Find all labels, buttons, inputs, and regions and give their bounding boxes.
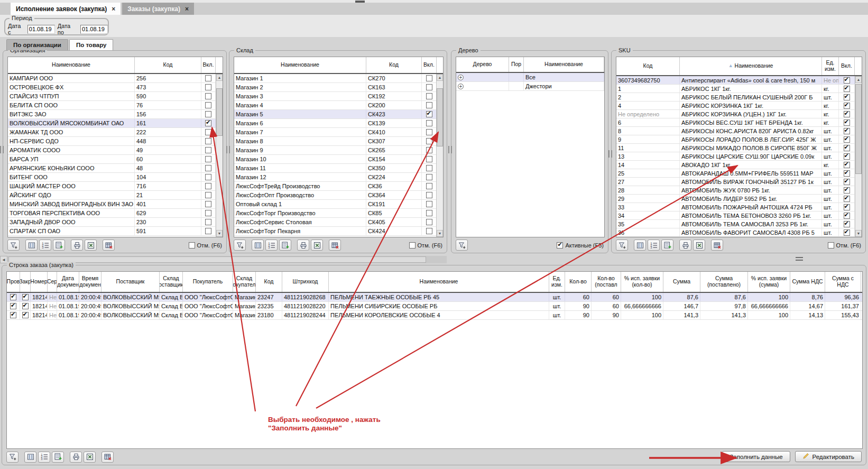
- checkbox[interactable]: [426, 120, 432, 126]
- column-header[interactable]: Поставщик: [101, 272, 160, 292]
- column-header[interactable]: Сер: [48, 272, 57, 292]
- excel-button[interactable]: [311, 240, 323, 251]
- warehouse-row[interactable]: ЛюксСофтТорг ПекарняСК424: [234, 227, 443, 236]
- checkbox[interactable]: [426, 165, 432, 171]
- warehouse-row[interactable]: Магазин 7СК410: [234, 128, 443, 137]
- organization-row[interactable]: СПАЙСИЗ ЧТПУП590: [8, 92, 223, 101]
- sku-row[interactable]: 35АВТОМОБИЛЬ ТЕМА САМОСВАЛ 3253 РБ 1кг.ш…: [616, 220, 862, 228]
- warehouse-row[interactable]: Магазин 11СК350: [234, 164, 443, 173]
- organization-row[interactable]: АЙСКИНГ ОДО21: [8, 191, 223, 200]
- column-header[interactable]: Пров: [7, 272, 20, 292]
- warehouse-row[interactable]: Магазин 9СК265: [234, 146, 443, 155]
- column-header[interactable]: Код: [616, 57, 680, 75]
- warehouse-row[interactable]: ЛюксСофтТорг ПроизводствоСК85: [234, 209, 443, 218]
- scroll-thumb[interactable]: [216, 88, 223, 136]
- filter-button[interactable]: [6, 452, 19, 463]
- scroll-down-button[interactable]: ▼: [855, 230, 862, 237]
- column-header[interactable]: Время докумен: [79, 272, 101, 292]
- column-header[interactable]: Сумма с НДС: [825, 272, 861, 292]
- grid-button[interactable]: [103, 240, 115, 251]
- column-header[interactable]: Наименование: [329, 272, 549, 292]
- sku-row[interactable]: 2АБРИКОС БЕЛЫЙ ПЕЛИКАН СУШЕНЫЙ 200Г Бшт.: [616, 93, 862, 102]
- columns-button[interactable]: [25, 240, 38, 251]
- organization-row[interactable]: ЖАМАНАК ТД ООО222: [8, 128, 223, 137]
- sku-row[interactable]: 14АВОКАДО 1КГ 1кг.кг.: [616, 161, 862, 169]
- scroll-up-button[interactable]: ▲: [855, 76, 862, 83]
- warehouse-row[interactable]: ЛюксСофтСервис СтоловаяСК405: [234, 218, 443, 227]
- checkbox[interactable]: [205, 192, 211, 198]
- filter-button[interactable]: [234, 240, 246, 251]
- checkbox[interactable]: [844, 119, 850, 126]
- calculator-button[interactable]: [53, 240, 65, 251]
- column-header[interactable]: Вкл.: [839, 57, 855, 75]
- checkbox[interactable]: [844, 170, 850, 177]
- checkbox[interactable]: [205, 111, 211, 117]
- order-row[interactable]: 18214Не о01.08.1920:00:49ВОЛКОВЫССКИЙ МЯ…: [7, 302, 862, 311]
- column-header[interactable]: Наименование: [8, 57, 135, 73]
- organization-row[interactable]: МИНСКИЙ ЗАВОД ВИНОГРАДНЫХ ВИН ЗАО401: [8, 200, 223, 209]
- checkbox[interactable]: [205, 102, 211, 108]
- sku-row[interactable]: 33АВТОМОБИЛЬ ПОЖАРНЫЙ АНТОШКА 4724 РБшт.: [616, 203, 862, 211]
- column-header[interactable]: Пор: [509, 57, 524, 72]
- scroll-thumb[interactable]: [437, 88, 443, 146]
- columns-button[interactable]: [24, 452, 36, 463]
- otm-f6-checkbox[interactable]: [409, 242, 415, 249]
- vertical-scrollbar[interactable]: ▲▼: [436, 74, 443, 237]
- checkbox[interactable]: [426, 111, 432, 117]
- scroll-track[interactable]: [855, 83, 862, 230]
- column-header[interactable]: Кол-во (поставл: [592, 272, 621, 292]
- column-header[interactable]: Номер: [31, 272, 48, 292]
- sku-row[interactable]: 25АВТОКАРАНДАШ 0.5ММ+ГРИФЕЛЬ 559511 МАРш…: [616, 169, 862, 178]
- sku-row[interactable]: 11АБРИКОСЫ МИКАДО ПОЛОВ.В СИРОПЕ 850Г Жш…: [616, 144, 862, 152]
- scroll-down-button[interactable]: ▼: [437, 230, 443, 237]
- grid-button[interactable]: [329, 240, 341, 251]
- splitter-handle[interactable]: [796, 257, 803, 261]
- checkbox[interactable]: [426, 75, 432, 81]
- checkbox[interactable]: [10, 303, 16, 309]
- checkbox[interactable]: [844, 229, 850, 236]
- column-header[interactable]: Вкл.: [201, 57, 216, 73]
- checkbox[interactable]: [22, 303, 29, 309]
- columns-button[interactable]: [634, 240, 646, 251]
- checkbox[interactable]: [10, 294, 16, 300]
- warehouse-row[interactable]: Магазин 12СК224: [234, 173, 443, 182]
- column-header[interactable]: Наименование: [524, 57, 604, 72]
- checkbox[interactable]: [426, 93, 432, 99]
- organization-row[interactable]: БЕЛИТА СП ООО76: [8, 101, 223, 110]
- order-row[interactable]: 18214Не о01.08.1920:00:49ВОЛКОВЫССКИЙ МЯ…: [7, 311, 862, 320]
- tab-execution-requests[interactable]: Исполнение заявок (закупка) ×: [11, 3, 121, 15]
- checkbox[interactable]: [844, 94, 850, 100]
- organization-row[interactable]: БАРСА УП60: [8, 155, 223, 164]
- organization-row[interactable]: БИТЕНГ ООО104: [8, 173, 223, 182]
- splitter-grip[interactable]: [608, 150, 612, 158]
- checkbox[interactable]: [844, 103, 850, 109]
- checkbox[interactable]: [205, 201, 211, 207]
- organization-row[interactable]: ЗАПАДНЫЙ ДВОР ООО230: [8, 218, 223, 227]
- close-icon[interactable]: ×: [112, 5, 115, 13]
- otm-f6-checkbox[interactable]: [189, 242, 195, 249]
- checkbox[interactable]: [844, 187, 850, 194]
- checkbox[interactable]: [205, 75, 211, 81]
- column-header[interactable]: ▲Наименование: [680, 57, 822, 75]
- checkbox[interactable]: [205, 219, 211, 225]
- scroll-thumb[interactable]: [855, 84, 862, 174]
- sku-row[interactable]: Не определеноАБРИКОС КОРЗИНКА (УЦЕН.) 1К…: [616, 110, 862, 118]
- scroll-up-button[interactable]: ▲: [216, 74, 223, 81]
- column-header[interactable]: Штрихкод: [282, 272, 329, 292]
- warehouse-row[interactable]: ЛюксСофтОпт ПроизводствоСК364: [234, 191, 443, 200]
- column-header[interactable]: Ед. изм.: [822, 57, 839, 75]
- warehouse-row[interactable]: Магазин 3СК192: [234, 92, 443, 101]
- checkbox[interactable]: [10, 312, 16, 318]
- numbering-button[interactable]: 123: [265, 240, 278, 251]
- scroll-down-button[interactable]: ▼: [216, 230, 223, 237]
- organization-row[interactable]: НП-СЕРВИС ОДО448: [8, 137, 223, 146]
- sku-row[interactable]: 8АБРИКОСЫ КОНС.АРИСТА 820Г АРИСТА 0.82кг…: [616, 127, 862, 135]
- checkbox[interactable]: [426, 102, 432, 108]
- checkbox[interactable]: [205, 120, 211, 126]
- splitter-grip[interactable]: [448, 146, 452, 153]
- column-header[interactable]: Кол-во: [565, 272, 592, 292]
- sku-row[interactable]: 36АВТОМОБИЛЬ ФАВОРИТ САМОСВАЛ 4308 РБ 5ш…: [616, 228, 862, 237]
- warehouse-row[interactable]: Магазин 10СК154: [234, 155, 443, 164]
- date-from-input[interactable]: [27, 25, 55, 34]
- filter-button[interactable]: [456, 240, 468, 251]
